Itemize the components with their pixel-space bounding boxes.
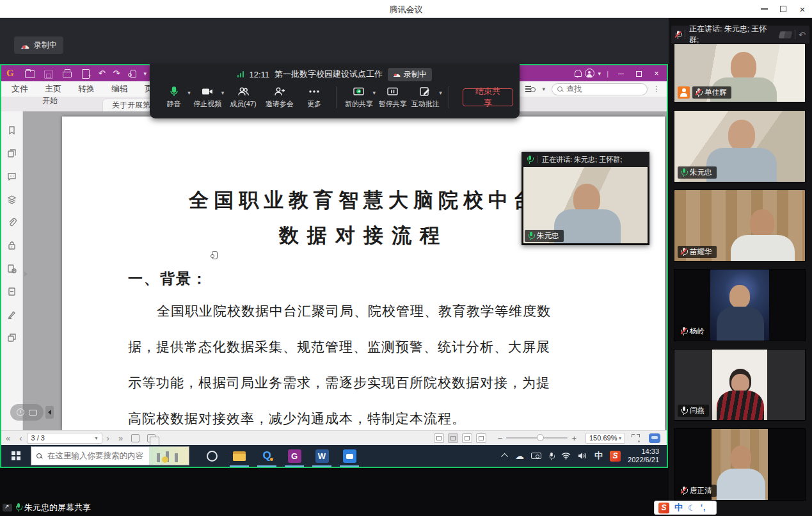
comments-icon[interactable]: [7, 172, 17, 181]
print-icon[interactable]: [62, 69, 72, 78]
ime-night-mode-icon[interactable]: ☾: [688, 503, 696, 513]
pause-share-button[interactable]: 暂停共享: [376, 86, 409, 109]
sogou-ime-bar[interactable]: S 中 ☾ ’,: [654, 501, 717, 515]
onedrive-icon[interactable]: ☁: [515, 451, 524, 460]
foxit-restore-button[interactable]: [631, 69, 646, 78]
close-button[interactable]: ×: [793, 0, 812, 18]
clipboard-icon[interactable]: [147, 434, 155, 442]
zoom-out-icon[interactable]: −: [494, 433, 507, 443]
facing-view-icon[interactable]: [462, 433, 472, 443]
menu-convert[interactable]: 转换: [78, 83, 95, 95]
search-options-icon[interactable]: [525, 85, 536, 93]
hand-tool-caret-icon[interactable]: ▾: [143, 70, 147, 77]
mute-caret-icon[interactable]: ▾: [187, 90, 191, 96]
foxit-close-button[interactable]: ×: [649, 69, 664, 78]
sogou-logo-icon[interactable]: S: [658, 503, 669, 513]
participant-tile[interactable]: 闫燕: [674, 349, 806, 421]
taskbar-clock[interactable]: 14:33 2022/6/21: [628, 447, 662, 464]
open-file-icon[interactable]: [25, 69, 35, 78]
layers-icon[interactable]: [7, 195, 17, 204]
facing-continuous-view-icon[interactable]: [476, 433, 486, 443]
annotate-button[interactable]: 互动批注: [409, 86, 442, 109]
single-page-view-icon[interactable]: [434, 433, 444, 443]
export-icon[interactable]: [81, 69, 90, 78]
more-options-icon[interactable]: ⋮: [653, 85, 660, 93]
taskbar-explorer-button[interactable]: [231, 445, 248, 467]
signature-icon[interactable]: [7, 310, 17, 319]
account-caret-icon[interactable]: ▾: [598, 70, 601, 77]
share-caret-icon[interactable]: ▾: [373, 90, 376, 96]
toolbar-recording-badge[interactable]: ☁ 录制中: [388, 68, 432, 81]
tray-expand-icon[interactable]: [501, 453, 508, 460]
menu-edit[interactable]: 编辑: [111, 83, 128, 95]
participant-tile[interactable]: 苗耀华: [674, 189, 806, 262]
annotate-caret-icon[interactable]: ▾: [439, 90, 442, 96]
stop-video-button[interactable]: 停止视频: [191, 86, 224, 109]
participant-tile[interactable]: 唐正清: [674, 428, 806, 501]
hand-tool-icon[interactable]: [128, 69, 138, 78]
account-icon[interactable]: [585, 69, 594, 78]
page-number-box[interactable]: 3 / 3 ▾: [27, 433, 102, 444]
maximize-button[interactable]: [774, 0, 793, 18]
find-input-field[interactable]: [566, 85, 642, 93]
rail-expand-icon[interactable]: [24, 271, 28, 277]
participant-tile[interactable]: 朱元忠: [674, 110, 806, 182]
device-icon[interactable]: [531, 453, 541, 459]
undo-icon[interactable]: ↶: [99, 65, 106, 81]
speaker-video-overlay[interactable]: 正在讲话: 朱元忠; 王怀群; 朱元忠: [521, 152, 649, 245]
zoom-caret-icon[interactable]: ▾: [619, 435, 621, 441]
first-page-icon[interactable]: «: [6, 433, 10, 443]
ime-indicator[interactable]: 中: [594, 450, 603, 462]
video-caret-icon[interactable]: ▾: [221, 90, 225, 96]
self-muted-mic-icon[interactable]: [675, 31, 681, 39]
zoom-slider[interactable]: − +: [494, 433, 580, 443]
meeting-timer-icon[interactable]: [17, 408, 24, 416]
recent-doc-icon[interactable]: [7, 264, 17, 273]
collapse-sidebar-icon[interactable]: ↶: [799, 30, 806, 40]
taskbar-cortana-button[interactable]: [203, 445, 220, 467]
layout-switch-icon[interactable]: [784, 31, 793, 38]
zoom-in-icon[interactable]: +: [568, 433, 580, 443]
widget-collapse-button[interactable]: [45, 406, 54, 419]
more-button[interactable]: 更多: [298, 86, 330, 109]
sogou-tray-icon[interactable]: S: [610, 451, 621, 462]
bookmarks-icon[interactable]: [7, 125, 17, 135]
continuous-view-icon[interactable]: [448, 433, 458, 443]
duplicate-view-icon[interactable]: [7, 333, 17, 343]
tab-start[interactable]: 开始: [24, 90, 76, 111]
members-button[interactable]: 成员(47): [225, 86, 261, 109]
zoom-knob[interactable]: [537, 434, 544, 441]
last-page-icon[interactable]: »: [118, 433, 123, 443]
floating-widget[interactable]: [10, 404, 54, 421]
page-thumbnail-icon[interactable]: [7, 287, 17, 296]
taskbar-browser-button[interactable]: Q: [259, 445, 275, 467]
snapshot-icon[interactable]: [131, 434, 139, 442]
invite-button[interactable]: 邀请参会: [261, 86, 298, 109]
recording-badge[interactable]: ☁ 录制中: [14, 36, 63, 54]
attachments-icon[interactable]: [7, 218, 17, 227]
chat-icon[interactable]: [29, 410, 37, 415]
find-input[interactable]: [552, 83, 648, 95]
taskbar-foxit-button[interactable]: G: [286, 445, 303, 467]
prev-page-icon[interactable]: ‹: [19, 433, 22, 443]
mute-button[interactable]: 静音: [157, 86, 190, 109]
zoom-level-box[interactable]: 150.69% ▾: [585, 433, 625, 444]
zoom-track[interactable]: [506, 437, 568, 439]
wifi-icon[interactable]: [561, 452, 571, 460]
new-share-button[interactable]: 新的共享: [342, 86, 375, 109]
start-button[interactable]: [1, 445, 31, 467]
search-options-caret-icon[interactable]: ▾: [542, 86, 545, 92]
foxit-minimize-button[interactable]: [613, 69, 628, 78]
taskbar-search-box[interactable]: [31, 446, 189, 465]
tray-mic-icon[interactable]: [549, 452, 554, 460]
fullscreen-icon[interactable]: [632, 434, 640, 442]
security-icon[interactable]: [7, 241, 17, 250]
ime-punctuation-icon[interactable]: ’,: [701, 503, 706, 512]
pages-icon[interactable]: [7, 149, 17, 158]
end-share-button[interactable]: 结束共享: [463, 88, 513, 106]
assistant-icon[interactable]: [649, 433, 660, 443]
taskbar-meeting-button[interactable]: [341, 445, 358, 467]
volume-icon[interactable]: [578, 452, 587, 460]
participant-tile[interactable]: 单佳辉: [674, 44, 806, 102]
next-page-icon[interactable]: ›: [107, 433, 109, 443]
